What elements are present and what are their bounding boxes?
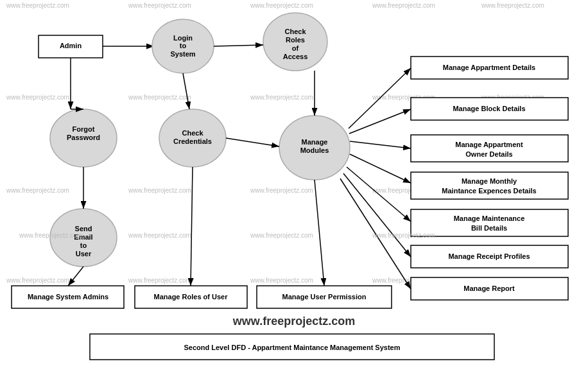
manage-monthly-label-2: Maintance Expences Details: [442, 187, 536, 195]
arrow-mod-receipt: [343, 173, 411, 257]
manage-system-admins-label: Manage System Admins: [28, 293, 108, 301]
login-label-2: to: [180, 42, 187, 49]
forgot-label-1: Forgot: [73, 125, 95, 133]
arrow-mod-block: [349, 109, 411, 134]
arrow-mod-owner: [350, 141, 411, 148]
watermark-mid-1: www.freeprojectz.com: [19, 232, 82, 239]
watermark-13: www.freeprojectz.com: [250, 187, 313, 194]
watermark-4: www.freeprojectz.com: [372, 2, 435, 9]
manage-maintenance-bill-label-1: Manage Maintenance: [454, 215, 525, 222]
admin-label: Admin: [60, 42, 82, 49]
manage-block-details-label: Manage Block Details: [453, 105, 525, 112]
watermark-17: www.freeprojectz.com: [128, 277, 191, 284]
watermark-2: www.freeprojectz.com: [128, 2, 191, 9]
diagram-container: www.freeprojectz.com www.freeprojectz.co…: [0, 0, 588, 377]
send-email-label-3: to: [80, 241, 87, 249]
manage-appartment-owner-label-2: Owner Details: [465, 150, 512, 158]
manage-monthly-box: [411, 172, 568, 199]
watermark-12: www.freeprojectz.com: [128, 187, 191, 194]
manage-modules-label-1: Manage: [302, 138, 328, 146]
check-cred-label-2: Credentials: [173, 137, 212, 145]
check-roles-label-2: Roles: [286, 36, 305, 44]
manage-maintenance-bill-label-2: Bill Details: [471, 224, 507, 232]
watermark-18: www.freeprojectz.com: [250, 277, 313, 284]
arrow-checkcred-managemod: [226, 138, 279, 146]
arrow-login-checkcred: [183, 73, 189, 109]
site-url-label: www.freeprojectz.com: [232, 315, 355, 328]
watermark-11: www.freeprojectz.com: [6, 187, 69, 194]
watermark-mid-2: www.freeprojectz.com: [128, 232, 191, 239]
arrow-checkcred-roles: [191, 167, 193, 286]
watermark-8: www.freeprojectz.com: [250, 94, 313, 101]
watermark-6: www.freeprojectz.com: [6, 94, 69, 101]
watermark-5: www.freeprojectz.com: [481, 2, 544, 9]
manage-monthly-label-1: Manage Monthly: [462, 177, 517, 185]
watermark-7: www.freeprojectz.com: [128, 94, 191, 101]
forgot-label-2: Password: [67, 134, 100, 141]
login-label-1: Login: [173, 34, 193, 42]
watermark-1: www.freeprojectz.com: [6, 2, 69, 9]
manage-roles-user-label: Manage Roles of User: [154, 293, 229, 301]
footer-label: Second Level DFD - Appartment Maintance …: [184, 344, 401, 351]
manage-modules-label-2: Modules: [300, 146, 329, 154]
arrow-mod-bill: [347, 167, 411, 222]
watermark-mid-3: www.freeprojectz.com: [250, 232, 313, 239]
check-roles-label-4: Access: [283, 53, 308, 60]
send-email-label-4: User: [76, 250, 92, 258]
arrow-mod-monthly: [350, 154, 411, 183]
manage-report-label: Manage Report: [463, 285, 515, 292]
check-roles-label-3: of: [292, 44, 299, 52]
login-label-3: System: [170, 50, 195, 58]
watermark-16: www.freeprojectz.com: [6, 277, 69, 284]
watermark-mid-4: www.freeprojectz.com: [372, 232, 435, 239]
check-cred-label-1: Check: [182, 129, 203, 137]
arrow-mod-userperm: [315, 180, 324, 286]
manage-appartment-details-label: Manage Appartment Details: [443, 64, 535, 71]
arrow-login-checkroles: [214, 45, 263, 46]
manage-user-permission-label: Manage User Permission: [282, 293, 367, 301]
watermark-3: www.freeprojectz.com: [250, 2, 313, 9]
manage-appartment-owner-label-1: Manage Appartment: [455, 141, 523, 148]
arrow-sendemail-sysadmins: [68, 267, 83, 286]
check-roles-label-1: Check: [284, 28, 306, 35]
manage-receipt-profiles-label: Manage Receipt Profiles: [448, 252, 530, 260]
